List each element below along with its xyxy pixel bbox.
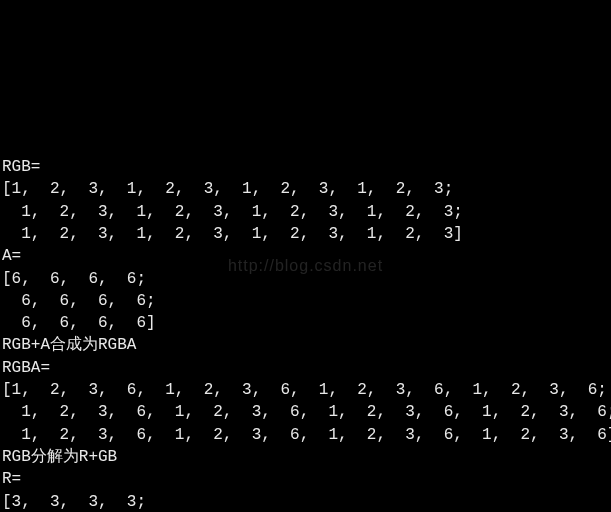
output-line: 1, 2, 3, 1, 2, 3, 1, 2, 3, 1, 2, 3; [2, 203, 463, 221]
output-line: 1, 2, 3, 1, 2, 3, 1, 2, 3, 1, 2, 3] [2, 225, 463, 243]
output-line: RGB分解为R+GB [2, 448, 117, 466]
output-line: 6, 6, 6, 6; [2, 292, 156, 310]
output-line: [1, 2, 3, 6, 1, 2, 3, 6, 1, 2, 3, 6, 1, … [2, 381, 607, 399]
terminal-output: RGB= [1, 2, 3, 1, 2, 3, 1, 2, 3, 1, 2, 3… [0, 134, 611, 512]
output-line: [6, 6, 6, 6; [2, 270, 146, 288]
output-line: 1, 2, 3, 6, 1, 2, 3, 6, 1, 2, 3, 6, 1, 2… [2, 403, 611, 421]
output-line: R= [2, 470, 21, 488]
output-line: 1, 2, 3, 6, 1, 2, 3, 6, 1, 2, 3, 6, 1, 2… [2, 426, 611, 444]
output-line: RGBA= [2, 359, 50, 377]
output-line: [1, 2, 3, 1, 2, 3, 1, 2, 3, 1, 2, 3; [2, 180, 453, 198]
output-line: 6, 6, 6, 6] [2, 314, 156, 332]
output-line: A= [2, 247, 21, 265]
output-line: RGB+A合成为RGBA [2, 336, 136, 354]
output-line: [3, 3, 3, 3; [2, 493, 146, 511]
output-line: RGB= [2, 158, 40, 176]
